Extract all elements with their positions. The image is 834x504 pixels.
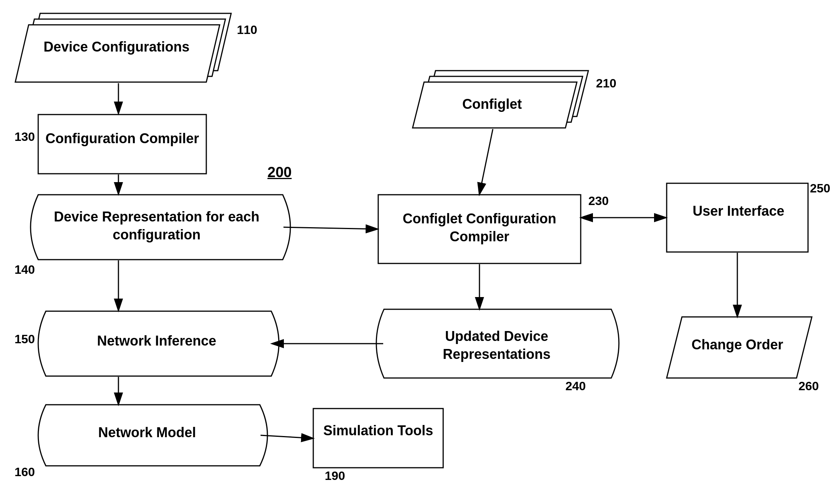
svg-line-19 (479, 129, 493, 194)
configlet-label: Configlet (416, 95, 568, 113)
ref-230: 230 (588, 194, 609, 208)
ref-260: 260 (798, 379, 819, 393)
updated-device-repr-label: Updated Device Representations (390, 328, 604, 363)
ref-190: 190 (325, 469, 345, 483)
user-interface-label: User Interface (672, 202, 805, 220)
ref-110: 110 (237, 23, 257, 37)
ref-250: 250 (810, 181, 830, 195)
network-inference-label: Network Inference (50, 332, 264, 350)
svg-line-25 (261, 435, 313, 438)
change-order-label: Change Order (676, 336, 798, 354)
device-repr-label: Device Representation for each configura… (46, 208, 267, 244)
ref-210: 210 (596, 76, 616, 90)
config-compiler-label: Configuration Compiler (42, 130, 202, 148)
label-200: 200 (267, 164, 291, 181)
configlet-config-compiler-label: Configlet Configuration Compiler (382, 210, 577, 246)
ref-240: 240 (565, 379, 586, 393)
ref-160: 160 (15, 465, 35, 479)
device-configurations-label: Device Configurations (36, 38, 197, 56)
ref-150: 150 (15, 332, 35, 346)
diagram: Device Configurations 110 Configuration … (0, 0, 834, 504)
ref-130: 130 (15, 130, 35, 144)
ref-140: 140 (15, 263, 35, 277)
svg-line-17 (283, 227, 377, 229)
network-model-label: Network Model (50, 424, 245, 442)
simulation-tools-label: Simulation Tools (318, 422, 439, 440)
